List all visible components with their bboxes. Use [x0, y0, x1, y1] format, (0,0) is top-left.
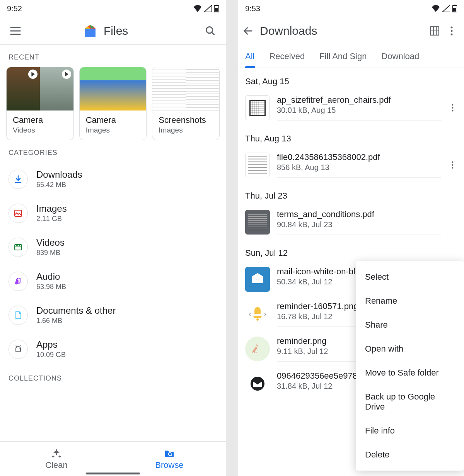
recent-card-camera-images[interactable]: Camera Images [79, 67, 147, 140]
app-title: Files [104, 24, 128, 37]
file-meta: 856 kB, Aug 13 [277, 163, 441, 172]
nav-tab-browse[interactable]: Browse [113, 442, 226, 476]
section-collections-label: COLLECTIONS [0, 366, 226, 388]
play-icon [62, 70, 71, 79]
svg-point-7 [17, 348, 17, 348]
file-meta: 90.84 kB, Jul 23 [277, 220, 441, 229]
svg-point-24 [452, 167, 453, 169]
recent-card-screenshots[interactable]: Screenshots Images [152, 67, 220, 140]
svg-point-14 [451, 27, 453, 29]
nav-tab-label: Browse [155, 460, 183, 470]
svg-point-23 [452, 164, 453, 166]
home-indicator[interactable] [86, 473, 140, 474]
wifi-icon [193, 5, 202, 12]
file-meta: 30.01 kB, Aug 15 [277, 106, 441, 115]
recent-card-sub: Images [86, 126, 140, 134]
date-header: Thu, Jul 23 [238, 182, 464, 205]
svg-point-25 [256, 318, 259, 321]
signal-icon [204, 5, 212, 12]
filter-tabs: All Received Fill And Sign Download [238, 45, 464, 68]
menu-item-share[interactable]: Share [356, 313, 464, 337]
status-time: 9:52 [7, 4, 22, 13]
download-icon [9, 170, 28, 189]
image-icon [9, 204, 28, 223]
status-bar: 9:53 [238, 0, 464, 17]
category-sub: 65.42 MB [36, 181, 82, 189]
battery-icon [214, 5, 219, 12]
category-audio[interactable]: Audio63.98 MB [9, 264, 217, 298]
menu-item-rename[interactable]: Rename [356, 289, 464, 313]
file-thumbnail [245, 302, 270, 326]
category-videos[interactable]: Videos839 MB [9, 230, 217, 264]
svg-point-26 [251, 377, 264, 391]
file-more-icon[interactable] [448, 104, 457, 112]
recent-card-camera-videos[interactable]: Camera Videos [6, 67, 74, 140]
date-header: Sun, Jul 12 [238, 240, 464, 262]
file-list[interactable]: Sat, Aug 15 ap_sizefitref_aeron_chairs.p… [238, 68, 464, 476]
app-bar: Files [0, 17, 226, 45]
menu-item-file-info[interactable]: File info [356, 419, 464, 443]
android-icon [9, 340, 28, 359]
back-arrow-icon[interactable] [240, 22, 257, 39]
sparkle-icon [51, 448, 62, 459]
category-title: Downloads [36, 169, 82, 180]
date-header: Thu, Aug 13 [238, 125, 464, 148]
svg-point-6 [15, 282, 18, 284]
category-title: Documents & other [36, 305, 116, 316]
svg-point-21 [452, 110, 453, 112]
category-sub: 839 MB [36, 249, 65, 257]
category-images[interactable]: Images2.11 GB [9, 196, 217, 230]
file-thumbnail [245, 210, 270, 235]
nav-tab-clean[interactable]: Clean [0, 442, 113, 476]
battery-icon [452, 5, 457, 12]
tab-received[interactable]: Received [269, 46, 305, 67]
section-recent-label: RECENT [0, 45, 226, 67]
phone-downloads: 9:53 Downloads All Received Fi [238, 0, 464, 476]
tab-fill-and-sign[interactable]: Fill And Sign [319, 46, 367, 67]
svg-rect-11 [453, 8, 456, 12]
recent-card-title: Screenshots [159, 115, 213, 125]
section-categories-label: CATEGORIES [0, 140, 226, 162]
svg-point-22 [452, 162, 453, 163]
file-thumbnail [245, 371, 270, 396]
svg-rect-2 [216, 5, 217, 6]
folder-search-icon [164, 448, 175, 459]
menu-item-delete[interactable]: Delete [356, 443, 464, 467]
svg-point-8 [19, 348, 20, 348]
menu-item-open-with[interactable]: Open with [356, 337, 464, 361]
more-vert-icon[interactable] [443, 22, 460, 39]
hamburger-menu-icon[interactable] [7, 22, 24, 39]
svg-point-15 [451, 30, 453, 32]
recent-cards-row: Camera Videos Camera Images [0, 67, 226, 140]
bottom-nav: Clean Browse [0, 441, 226, 476]
svg-rect-18 [251, 101, 264, 115]
category-sub: 1.66 MB [36, 317, 116, 325]
recent-card-title: Camera [86, 115, 140, 125]
menu-item-select[interactable]: Select [356, 265, 464, 289]
category-downloads[interactable]: Downloads65.42 MB [9, 162, 217, 196]
files-app-logo [82, 23, 98, 39]
grid-view-icon[interactable] [426, 22, 443, 39]
tab-all[interactable]: All [245, 46, 254, 67]
status-icons [193, 5, 219, 12]
svg-point-16 [451, 34, 453, 36]
category-sub: 2.11 GB [36, 215, 67, 223]
category-sub: 63.98 MB [36, 283, 66, 291]
file-row[interactable]: ap_sizefitref_aeron_chairs.pdf30.01 kB, … [238, 90, 464, 125]
categories-list: Downloads65.42 MB Images2.11 GB Videos83… [0, 162, 226, 366]
date-header: Sat, Aug 15 [238, 68, 464, 90]
menu-item-move-safe-folder[interactable]: Move to Safe folder [356, 361, 464, 385]
category-sub: 10.09 GB [36, 351, 66, 359]
category-title: Apps [36, 339, 66, 350]
file-more-icon[interactable] [448, 161, 457, 169]
file-thumbnail [245, 153, 270, 177]
file-row[interactable]: terms_and_conditions.pdf90.84 kB, Jul 23 [238, 205, 464, 240]
search-icon[interactable] [202, 22, 219, 39]
file-row[interactable]: file0.243586135368002.pdf856 kB, Aug 13 [238, 148, 464, 182]
menu-item-backup-drive[interactable]: Back up to Google Drive [356, 385, 464, 419]
svg-point-3 [206, 27, 213, 33]
document-icon [9, 306, 28, 325]
category-documents[interactable]: Documents & other1.66 MB [9, 298, 217, 332]
category-apps[interactable]: Apps10.09 GB [9, 332, 217, 366]
tab-download[interactable]: Download [381, 46, 419, 67]
